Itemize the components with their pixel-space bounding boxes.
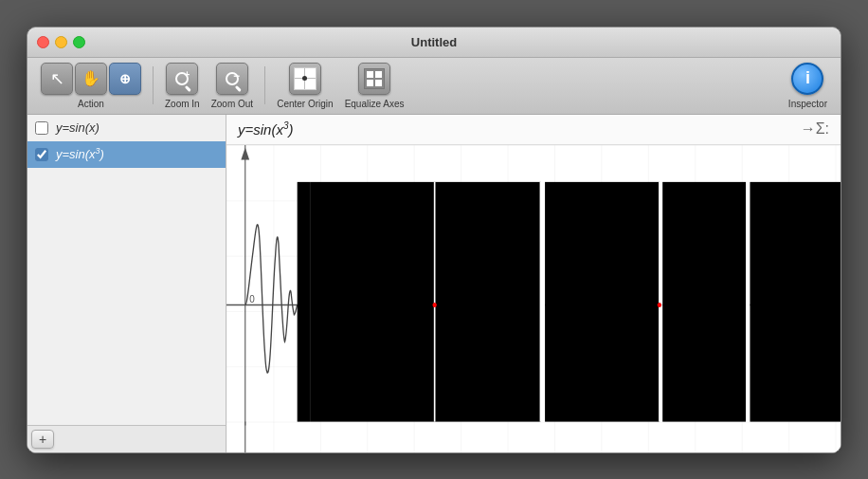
- inspector-tool[interactable]: i Inspector: [783, 59, 833, 113]
- titlebar: Untitled: [27, 28, 841, 58]
- separator-2: [264, 66, 265, 104]
- window-title: Untitled: [411, 35, 457, 49]
- sidebar-list: y=sin(x) y=sin(x3): [27, 115, 226, 425]
- zoom-in-tool[interactable]: + Zoom In: [159, 59, 206, 113]
- maximize-button[interactable]: [73, 36, 85, 48]
- svg-rect-14: [750, 181, 841, 421]
- target-icon-box: ⊕: [109, 63, 141, 95]
- add-item-button[interactable]: +: [31, 430, 54, 449]
- sigma-label: →Σ:: [801, 120, 829, 138]
- center-origin-label: Center Origin: [277, 99, 333, 109]
- action-tool[interactable]: ↖ ✋ ⊕ Action: [35, 59, 147, 113]
- zoom-in-icon-box: +: [166, 63, 198, 95]
- close-button[interactable]: [37, 36, 49, 48]
- zoom-out-icon-box: −: [216, 63, 248, 95]
- svg-point-18: [432, 302, 436, 306]
- sidebar-checkbox-1[interactable]: [35, 121, 48, 135]
- graph-formula-label: y=sin(x3): [238, 120, 294, 138]
- main-area: y=sin(x) y=sin(x3) + y=sin(x3) →Σ:: [27, 115, 841, 452]
- graph-canvas[interactable]: 0: [226, 145, 841, 452]
- zoom-out-tool[interactable]: − Zoom Out: [206, 59, 259, 113]
- sidebar-formula-2: y=sin(x3): [56, 146, 104, 161]
- equalize-axes-icon-box: [358, 63, 390, 95]
- sidebar-formula-1: y=sin(x): [56, 120, 99, 135]
- svg-text:0: 0: [249, 292, 255, 304]
- minimize-button[interactable]: [55, 36, 67, 48]
- inspector-icon: i: [791, 63, 823, 95]
- sidebar: y=sin(x) y=sin(x3) +: [27, 115, 226, 452]
- arrow-icon: ↖: [50, 68, 64, 89]
- action-label: Action: [78, 99, 104, 109]
- center-origin-tool[interactable]: Center Origin: [271, 59, 338, 113]
- equalize-axes-label: Equalize Axes: [345, 99, 405, 109]
- zoom-in-label: Zoom In: [165, 99, 200, 109]
- svg-rect-7: [310, 181, 311, 421]
- svg-rect-12: [662, 181, 746, 421]
- graph-svg: 0: [226, 145, 841, 452]
- graph-area: y=sin(x3) →Σ:: [226, 115, 841, 452]
- svg-rect-8: [435, 181, 541, 421]
- main-window: Untitled ↖ ✋ ⊕ Action: [27, 27, 841, 453]
- hand-icon: ✋: [81, 69, 100, 87]
- sidebar-item-1[interactable]: y=sin(x): [27, 115, 226, 141]
- traffic-lights: [37, 36, 85, 48]
- svg-rect-6: [298, 181, 435, 421]
- svg-point-19: [658, 302, 661, 306]
- equalize-axes-tool[interactable]: Equalize Axes: [339, 59, 410, 113]
- sidebar-item-2[interactable]: y=sin(x3): [27, 141, 226, 168]
- hand-icon-box: ✋: [75, 63, 107, 95]
- svg-rect-13: [746, 181, 750, 421]
- separator-1: [153, 66, 154, 104]
- sidebar-checkbox-2[interactable]: [35, 148, 48, 161]
- arrow-icon-box: ↖: [41, 63, 73, 95]
- toolbar: ↖ ✋ ⊕ Action + Zo: [27, 58, 841, 115]
- target-icon: ⊕: [119, 71, 131, 86]
- sidebar-footer: +: [27, 425, 226, 452]
- zoom-in-plus: +: [185, 70, 190, 80]
- zoom-out-minus: −: [233, 70, 240, 82]
- graph-header: y=sin(x3) →Σ:: [226, 115, 841, 145]
- zoom-out-label: Zoom Out: [211, 99, 253, 109]
- inspector-label: Inspector: [788, 99, 827, 109]
- center-origin-icon-box: [289, 63, 321, 95]
- svg-rect-10: [545, 181, 660, 421]
